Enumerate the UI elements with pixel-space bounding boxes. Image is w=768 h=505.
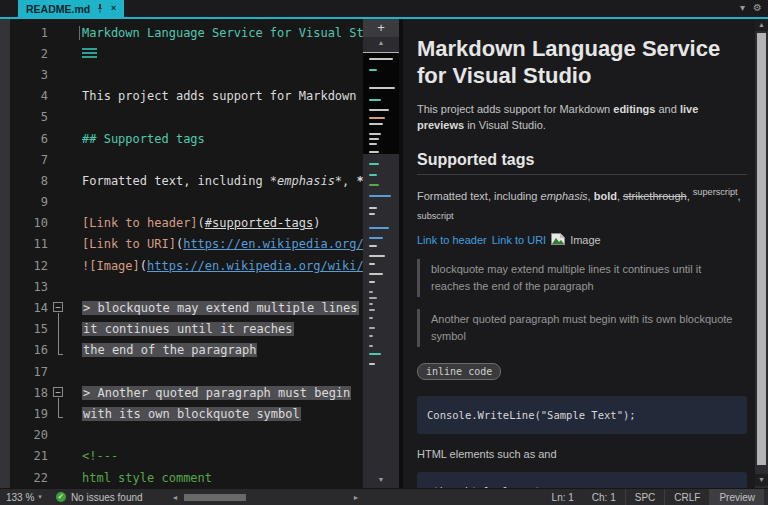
fold-gutter [48,64,72,85]
code-text-inner: <!--- [82,449,118,463]
collapse-toggle-icon[interactable]: − [53,387,63,397]
code-text-inner: ## Supported tags [82,132,205,146]
code-line[interactable]: 5 [10,107,363,128]
editor-scrollbar-minimap[interactable]: + ▲ ▼ [363,19,399,488]
code-line[interactable]: 19with its own blockquote symbol [10,403,363,424]
fold-gutter [48,319,72,340]
code-line[interactable]: 13 [10,276,363,297]
scroll-right-icon[interactable]: ► [350,494,363,501]
settings-gear-icon[interactable]: ⚙ [753,2,762,13]
code-segment: ![Image] [82,259,140,273]
minimap-line-mark [369,69,377,71]
code-line[interactable]: 11[Link to URI](https://en.wikipedia.org… [10,234,363,255]
line-number: 18 [10,386,48,400]
horizontal-scroll-thumb[interactable] [184,494,246,501]
zoom-dropdown-icon[interactable]: ▾ [38,493,42,501]
code-text: > Another quoted paragraph must begin [72,386,363,400]
minimap-line-mark [369,207,377,209]
code-line[interactable]: 15it continues until it reaches [10,319,363,340]
minimap-line-mark [369,291,373,293]
horizontal-scrollbar[interactable]: ◄ ► [169,493,363,502]
code-line[interactable]: 14−> blockquote may extend multiple line… [10,297,363,318]
health-check-icon[interactable]: ✓ [56,492,66,502]
status-bar: 133 % ▾ ✓ No issues found ◄ ► Ln: 1Ch: 1… [0,488,768,505]
code-line[interactable]: 12![Image](https://en.wikipedia.org/wiki… [10,255,363,276]
code-line[interactable]: 18−> Another quoted paragraph must begin [10,382,363,403]
code-line[interactable]: 21<!--- [10,446,363,467]
code-line[interactable]: 7 [10,149,363,170]
code-line[interactable]: 20 [10,425,363,446]
tab-readme[interactable]: README.md × [18,0,124,17]
column-indicator[interactable]: Ch: 1 [583,489,625,505]
minimap-line-mark [369,309,375,311]
line-ending-mode[interactable]: CRLF [664,489,709,505]
code-line[interactable]: 9 [10,192,363,213]
preview-text-segment: in Visual Studio. [464,119,546,131]
code-line[interactable]: 2 [10,43,363,64]
code-line[interactable]: 3 [10,64,363,85]
code-segment: Formatted text, including [82,174,270,188]
fold-gutter [48,425,72,446]
code-line[interactable]: 8Formatted text, including *emphasis*, *… [10,170,363,191]
preview-text-segment: , [738,190,741,202]
preview-text-segment: emphasis [541,190,588,202]
fold-gutter [48,340,72,361]
code-line[interactable]: 22html style comment [10,467,363,488]
document-dropdown-icon[interactable]: ▾ [740,2,745,13]
minimap-line-mark [369,138,379,140]
code-line[interactable]: 16the end of the paragraph [10,340,363,361]
minimap-line-mark [369,163,379,165]
vs-window: README.md × ▾ ⚙ 1Markdown Language Servi… [0,0,768,505]
preview-link[interactable]: Link to URI [492,234,546,246]
code-line[interactable]: 10[Link to header](#supported-tags) [10,213,363,234]
code-text: This project adds support for Markdown *… [72,89,363,103]
preview-scroll-down-icon[interactable]: ▼ [755,474,768,486]
minimap-marks [363,19,399,488]
minimap-line-mark [369,151,379,153]
line-indicator[interactable]: Ln: 1 [543,489,583,505]
collapse-toggle-icon[interactable]: − [53,302,63,312]
preview-link[interactable]: Link to header [417,234,487,246]
line-number: 6 [10,132,48,146]
code-segment: *emphasis* [270,174,342,188]
scroll-left-icon[interactable]: ◄ [169,494,182,501]
preview-scroll-up-icon[interactable]: ▲ [755,19,768,31]
preview-mode[interactable]: Preview [709,489,764,505]
line-number: 15 [10,322,48,336]
line-number: 11 [10,237,48,251]
fold-gutter [48,192,72,213]
line-number: 3 [10,68,48,82]
code-text: > blockquote may extend multiple lines [72,301,363,315]
preview-links-row: Link to headerLink to URIImage [417,233,747,247]
code-line[interactable]: 6## Supported tags [10,128,363,149]
zoom-level[interactable]: 133 % [6,492,34,503]
preview-code-block: Console.WriteLine("Sample Text"); [417,396,747,434]
code-segment: ## Supported tags [82,132,205,146]
preview-scroll-thumb[interactable] [757,33,766,465]
code-segment: html style comment [82,471,212,485]
code-line[interactable]: 4This project adds support for Markdown … [10,86,363,107]
pin-icon[interactable] [95,4,104,13]
code-line[interactable]: 1Markdown Language Service for Visual St… [10,22,363,43]
code-area[interactable]: 1Markdown Language Service for Visual St… [10,19,363,488]
code-text-inner: [Link to URI](https://en.wikipedia.org/w… [82,237,363,251]
current-line-box: Markdown Language Service for Visual Stu… [82,26,363,40]
preview-scrollbar[interactable]: ▲ ▼ [755,19,768,488]
minimap-line-mark [369,317,373,319]
close-icon[interactable]: × [109,4,118,13]
code-text-inner: it continues until it reaches [82,322,294,336]
line-number: 13 [10,280,48,294]
fold-gutter: − [48,297,72,318]
line-number: 20 [10,428,48,442]
horizontal-scroll-track[interactable] [182,493,350,502]
markdown-preview-pane: Markdown Language Service for Visual Stu… [403,19,768,488]
code-text: html style comment [72,471,363,485]
code-text-inner: This project adds support for Markdown *… [82,89,363,103]
minimap-line-mark [369,133,381,135]
code-line[interactable]: 17 [10,361,363,382]
indent-mode[interactable]: SPC [625,489,665,505]
scroll-down-icon[interactable]: ▼ [363,474,399,486]
code-segment: ) [313,216,320,230]
code-segment: https://en.wikipedia.org/wiki/Markdown [147,259,363,273]
markdown-editor[interactable]: 1Markdown Language Service for Visual St… [0,19,399,488]
